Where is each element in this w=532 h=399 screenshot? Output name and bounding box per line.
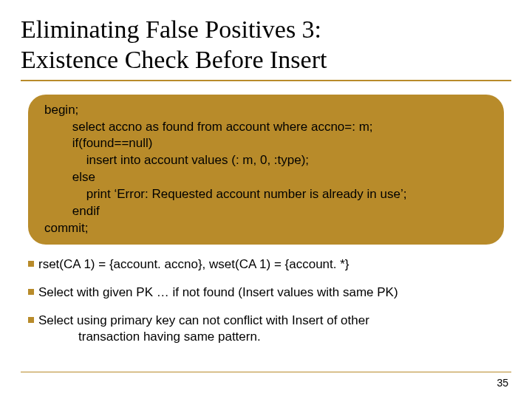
title-line-1: Eliminating False Positives 3:	[21, 16, 321, 43]
code-line: commit;	[44, 220, 488, 237]
bullet-item: rset(CA 1) = {account. accno}, wset(CA 1…	[28, 256, 504, 273]
bullet-item: Select with given PK … if not found (Ins…	[28, 284, 504, 301]
bullet-list: rset(CA 1) = {account. accno}, wset(CA 1…	[21, 256, 511, 345]
page-number: 35	[497, 377, 508, 389]
bullet-text: Select with given PK … if not found (Ins…	[38, 285, 398, 299]
code-line: select accno as found from account where…	[44, 119, 488, 136]
code-line: else	[44, 169, 488, 186]
bullet-text-cont: transaction having same pattern.	[38, 329, 504, 345]
bullet-text: rset(CA 1) = {account. accno}, wset(CA 1…	[38, 257, 349, 271]
code-line: insert into account values (: m, 0, :typ…	[44, 152, 488, 169]
bullet-item: Select using primary key can not conflic…	[28, 313, 504, 345]
code-line: if(found==null)	[44, 135, 488, 152]
code-line: endif	[44, 203, 488, 220]
code-line: begin;	[44, 102, 488, 119]
footer-divider	[21, 372, 511, 372]
code-block: begin; select accno as found from accoun…	[28, 95, 504, 245]
title-line-2: Existence Check Before Insert	[21, 46, 327, 73]
slide-title: Eliminating False Positives 3: Existence…	[21, 15, 511, 81]
code-line: print ‘Error: Requested account number i…	[44, 186, 488, 203]
bullet-text: Select using primary key can not conflic…	[38, 313, 369, 327]
